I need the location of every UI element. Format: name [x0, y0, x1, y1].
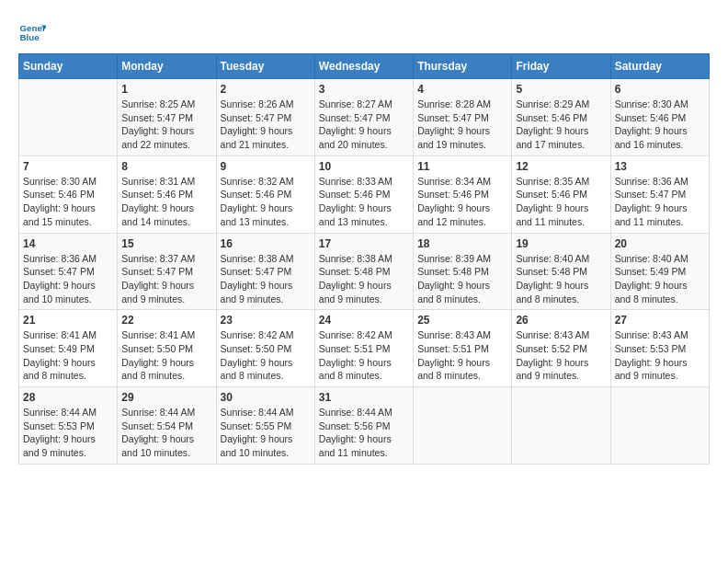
day-number: 30: [221, 391, 311, 404]
cell-content: Sunrise: 8:42 AM Sunset: 5:50 PM Dayligh…: [221, 328, 311, 383]
weekday-header: Monday: [118, 54, 216, 79]
day-number: 28: [23, 391, 113, 404]
day-number: 7: [23, 160, 113, 173]
day-number: 23: [221, 314, 311, 327]
calendar-cell: [414, 387, 512, 465]
calendar-cell: 21Sunrise: 8:41 AM Sunset: 5:49 PM Dayli…: [19, 310, 118, 387]
cell-content: Sunrise: 8:36 AM Sunset: 5:47 PM Dayligh…: [615, 175, 705, 229]
calendar-cell: 20Sunrise: 8:40 AM Sunset: 5:49 PM Dayli…: [610, 233, 709, 310]
cell-content: Sunrise: 8:43 AM Sunset: 5:51 PM Dayligh…: [417, 328, 507, 383]
day-number: 20: [615, 237, 705, 250]
day-number: 18: [417, 237, 507, 250]
day-number: 2: [221, 83, 311, 96]
day-number: 1: [121, 83, 211, 96]
day-number: 27: [615, 314, 705, 327]
calendar-header: SundayMondayTuesdayWednesdayThursdayFrid…: [19, 54, 710, 79]
weekday-header: Thursday: [414, 54, 512, 79]
calendar-cell: 6Sunrise: 8:30 AM Sunset: 5:46 PM Daylig…: [610, 79, 709, 156]
calendar-cell: 13Sunrise: 8:36 AM Sunset: 5:47 PM Dayli…: [610, 155, 709, 233]
calendar-cell: 8Sunrise: 8:31 AM Sunset: 5:46 PM Daylig…: [118, 155, 216, 233]
calendar-cell: 22Sunrise: 8:41 AM Sunset: 5:50 PM Dayli…: [118, 310, 216, 387]
day-number: 31: [319, 391, 409, 404]
cell-content: Sunrise: 8:39 AM Sunset: 5:48 PM Dayligh…: [417, 252, 507, 306]
day-number: 21: [23, 314, 113, 327]
cell-content: Sunrise: 8:41 AM Sunset: 5:50 PM Dayligh…: [121, 328, 211, 383]
page-header: General Blue: [18, 18, 710, 46]
day-number: 24: [319, 314, 409, 327]
cell-content: Sunrise: 8:36 AM Sunset: 5:47 PM Dayligh…: [23, 252, 113, 306]
day-number: 26: [516, 314, 606, 327]
cell-content: Sunrise: 8:31 AM Sunset: 5:46 PM Dayligh…: [121, 175, 211, 229]
cell-content: Sunrise: 8:43 AM Sunset: 5:53 PM Dayligh…: [615, 328, 705, 383]
cell-content: Sunrise: 8:27 AM Sunset: 5:47 PM Dayligh…: [319, 98, 409, 152]
calendar-cell: 27Sunrise: 8:43 AM Sunset: 5:53 PM Dayli…: [610, 310, 709, 387]
calendar-cell: 29Sunrise: 8:44 AM Sunset: 5:54 PM Dayli…: [118, 387, 216, 465]
logo: General Blue: [18, 18, 46, 46]
day-number: 8: [121, 160, 211, 173]
svg-text:Blue: Blue: [20, 32, 40, 42]
cell-content: Sunrise: 8:44 AM Sunset: 5:55 PM Dayligh…: [221, 406, 311, 460]
calendar-cell: 23Sunrise: 8:42 AM Sunset: 5:50 PM Dayli…: [216, 310, 314, 387]
calendar-table: SundayMondayTuesdayWednesdayThursdayFrid…: [18, 53, 710, 465]
cell-content: Sunrise: 8:41 AM Sunset: 5:49 PM Dayligh…: [23, 328, 113, 383]
cell-content: Sunrise: 8:43 AM Sunset: 5:52 PM Dayligh…: [516, 328, 606, 383]
cell-content: Sunrise: 8:29 AM Sunset: 5:46 PM Dayligh…: [516, 98, 606, 152]
day-number: 3: [319, 83, 409, 96]
day-number: 15: [121, 237, 211, 250]
weekday-header: Friday: [512, 54, 610, 79]
calendar-cell: 18Sunrise: 8:39 AM Sunset: 5:48 PM Dayli…: [414, 233, 512, 310]
calendar-cell: 3Sunrise: 8:27 AM Sunset: 5:47 PM Daylig…: [314, 79, 413, 156]
cell-content: Sunrise: 8:40 AM Sunset: 5:49 PM Dayligh…: [615, 252, 705, 306]
calendar-cell: 2Sunrise: 8:26 AM Sunset: 5:47 PM Daylig…: [216, 79, 314, 156]
cell-content: Sunrise: 8:25 AM Sunset: 5:47 PM Dayligh…: [121, 98, 211, 152]
calendar-cell: 28Sunrise: 8:44 AM Sunset: 5:53 PM Dayli…: [19, 387, 118, 465]
cell-content: Sunrise: 8:40 AM Sunset: 5:48 PM Dayligh…: [516, 252, 606, 306]
day-number: 4: [417, 83, 507, 96]
cell-content: Sunrise: 8:38 AM Sunset: 5:48 PM Dayligh…: [319, 252, 409, 306]
day-number: 12: [516, 160, 606, 173]
cell-content: Sunrise: 8:44 AM Sunset: 5:54 PM Dayligh…: [121, 406, 211, 460]
calendar-week-row: 1Sunrise: 8:25 AM Sunset: 5:47 PM Daylig…: [19, 79, 710, 156]
calendar-body: 1Sunrise: 8:25 AM Sunset: 5:47 PM Daylig…: [19, 79, 710, 465]
calendar-cell: 31Sunrise: 8:44 AM Sunset: 5:56 PM Dayli…: [314, 387, 413, 465]
calendar-cell: 19Sunrise: 8:40 AM Sunset: 5:48 PM Dayli…: [512, 233, 610, 310]
calendar-cell: 15Sunrise: 8:37 AM Sunset: 5:47 PM Dayli…: [118, 233, 216, 310]
calendar-cell: [512, 387, 610, 465]
calendar-cell: [19, 79, 118, 156]
weekday-header: Tuesday: [216, 54, 314, 79]
calendar-cell: [610, 387, 709, 465]
calendar-cell: 17Sunrise: 8:38 AM Sunset: 5:48 PM Dayli…: [314, 233, 413, 310]
day-number: 17: [319, 237, 409, 250]
day-number: 5: [516, 83, 606, 96]
calendar-cell: 16Sunrise: 8:38 AM Sunset: 5:47 PM Dayli…: [216, 233, 314, 310]
calendar-cell: 7Sunrise: 8:30 AM Sunset: 5:46 PM Daylig…: [19, 155, 118, 233]
cell-content: Sunrise: 8:30 AM Sunset: 5:46 PM Dayligh…: [23, 175, 113, 229]
cell-content: Sunrise: 8:34 AM Sunset: 5:46 PM Dayligh…: [417, 175, 507, 229]
day-number: 13: [615, 160, 705, 173]
calendar-cell: 10Sunrise: 8:33 AM Sunset: 5:46 PM Dayli…: [314, 155, 413, 233]
calendar-week-row: 7Sunrise: 8:30 AM Sunset: 5:46 PM Daylig…: [19, 155, 710, 233]
day-number: 14: [23, 237, 113, 250]
calendar-cell: 14Sunrise: 8:36 AM Sunset: 5:47 PM Dayli…: [19, 233, 118, 310]
cell-content: Sunrise: 8:33 AM Sunset: 5:46 PM Dayligh…: [319, 175, 409, 229]
calendar-cell: 4Sunrise: 8:28 AM Sunset: 5:47 PM Daylig…: [414, 79, 512, 156]
day-number: 19: [516, 237, 606, 250]
logo-icon: General Blue: [18, 18, 46, 46]
day-number: 6: [615, 83, 705, 96]
weekday-header: Wednesday: [314, 54, 413, 79]
day-number: 9: [221, 160, 311, 173]
cell-content: Sunrise: 8:26 AM Sunset: 5:47 PM Dayligh…: [221, 98, 311, 152]
day-number: 16: [221, 237, 311, 250]
day-number: 25: [417, 314, 507, 327]
calendar-cell: 30Sunrise: 8:44 AM Sunset: 5:55 PM Dayli…: [216, 387, 314, 465]
calendar-cell: 11Sunrise: 8:34 AM Sunset: 5:46 PM Dayli…: [414, 155, 512, 233]
calendar-cell: 26Sunrise: 8:43 AM Sunset: 5:52 PM Dayli…: [512, 310, 610, 387]
calendar-cell: 5Sunrise: 8:29 AM Sunset: 5:46 PM Daylig…: [512, 79, 610, 156]
day-number: 11: [417, 160, 507, 173]
calendar-cell: 25Sunrise: 8:43 AM Sunset: 5:51 PM Dayli…: [414, 310, 512, 387]
cell-content: Sunrise: 8:42 AM Sunset: 5:51 PM Dayligh…: [319, 328, 409, 383]
cell-content: Sunrise: 8:32 AM Sunset: 5:46 PM Dayligh…: [221, 175, 311, 229]
weekday-header: Sunday: [19, 54, 118, 79]
calendar-week-row: 28Sunrise: 8:44 AM Sunset: 5:53 PM Dayli…: [19, 387, 710, 465]
calendar-cell: 9Sunrise: 8:32 AM Sunset: 5:46 PM Daylig…: [216, 155, 314, 233]
